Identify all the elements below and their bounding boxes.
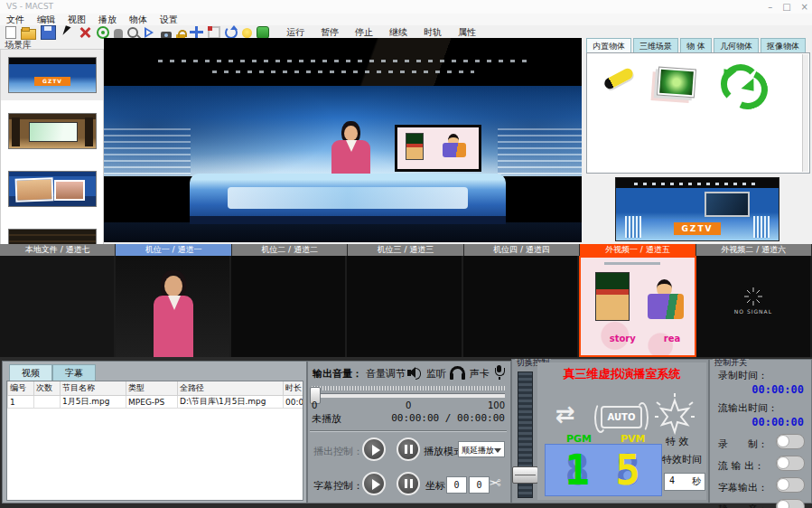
toolbar-button-2[interactable]: 停止 bbox=[347, 26, 381, 39]
toolbar-button-1[interactable]: 暂停 bbox=[313, 26, 347, 39]
volume-adjust-label: 音量调节 bbox=[366, 367, 406, 381]
object-tab-1[interactable]: 三维场景 bbox=[633, 38, 678, 52]
marker-pen-icon[interactable] bbox=[602, 67, 635, 91]
channel-cell-camera4[interactable] bbox=[463, 256, 579, 357]
channel-label-4[interactable]: 机位四 / 通道四 bbox=[464, 244, 580, 256]
channel-label-0[interactable]: 本地文件 / 通道七 bbox=[0, 244, 116, 256]
pvm-scene-preview[interactable]: GZTV bbox=[615, 177, 779, 241]
channel-cell-external1[interactable]: story rea bbox=[579, 256, 696, 357]
menu-item-3[interactable]: 播放 bbox=[92, 14, 123, 26]
playlist-header-row: 编号次数节目名称类型全路径时长 bbox=[8, 381, 304, 396]
material-icon[interactable] bbox=[257, 26, 269, 39]
star-effect-icon[interactable] bbox=[653, 393, 696, 437]
cartoon-word-rea: rea bbox=[664, 334, 680, 343]
record-toggle[interactable] bbox=[776, 434, 805, 449]
stream-output-toggle[interactable] bbox=[776, 456, 805, 471]
menu-item-4[interactable]: 物体 bbox=[123, 14, 154, 26]
transition-fader-handle[interactable] bbox=[512, 466, 538, 484]
subtitle-pause-button[interactable] bbox=[397, 472, 420, 495]
channel-cell-camera2[interactable] bbox=[231, 256, 347, 357]
scale-icon[interactable] bbox=[208, 26, 220, 39]
no-signal-indicator: NO SIGNAL bbox=[696, 287, 810, 315]
rotate-icon[interactable] bbox=[225, 26, 238, 39]
microphone-icon[interactable] bbox=[494, 365, 505, 380]
swap-transition-icon[interactable]: ⇄ bbox=[555, 400, 575, 428]
playlist-column-header: 时长 bbox=[284, 381, 304, 396]
light-icon[interactable] bbox=[242, 28, 252, 38]
play-mode-select[interactable]: 顺延播放 bbox=[458, 441, 505, 457]
menu-item-2[interactable]: 视图 bbox=[61, 14, 92, 26]
channel-cell-local-file[interactable] bbox=[0, 256, 116, 357]
scene-thumbnail-2[interactable] bbox=[8, 113, 97, 149]
channel-label-6[interactable]: 外视频二 / 通道六 bbox=[696, 244, 812, 256]
object-panel-content bbox=[586, 52, 810, 174]
object-tab-0[interactable]: 内置物体 bbox=[586, 38, 631, 52]
toolbar-button-3[interactable]: 继续 bbox=[381, 26, 415, 39]
menu-item-5[interactable]: 设置 bbox=[154, 14, 184, 26]
mute-toggle-knob[interactable] bbox=[777, 500, 789, 508]
studio-slats-right bbox=[498, 128, 582, 175]
volume-slider-track[interactable] bbox=[312, 393, 505, 398]
playlist-cell: 00:02:05 bbox=[284, 396, 304, 409]
playlist-row-0[interactable]: 11月5日.mpgMPEG-PSD:\节目库\1月5日.mpg00:02:05 bbox=[8, 396, 304, 409]
subtitle-output-toggle-label: 字幕输出： bbox=[718, 482, 768, 494]
auto-transition-button[interactable]: AUTO bbox=[601, 406, 642, 428]
speaker-icon[interactable] bbox=[407, 367, 422, 379]
channel-cell-camera1[interactable] bbox=[116, 256, 231, 357]
save-icon[interactable] bbox=[41, 25, 56, 40]
object-tab-3[interactable]: 几何物体 bbox=[714, 38, 759, 52]
headphone-icon[interactable] bbox=[450, 366, 465, 380]
mute-toggle[interactable] bbox=[776, 499, 805, 508]
scene-thumbnail-3[interactable] bbox=[8, 171, 97, 207]
effect-time-value: 4 bbox=[669, 475, 675, 485]
tab-video[interactable]: 视频 bbox=[9, 364, 52, 381]
object-tab-2[interactable]: 物 体 bbox=[680, 38, 712, 52]
toolbar-button-0[interactable]: 运行 bbox=[278, 26, 313, 39]
toolbar-button-4[interactable]: 时轨 bbox=[415, 26, 450, 39]
play-outline-icon[interactable] bbox=[143, 26, 156, 39]
menu-bar: 文件编辑视图播放物体设置 bbox=[0, 14, 812, 25]
tab-subtitle[interactable]: 字幕 bbox=[52, 364, 96, 381]
menu-item-1[interactable]: 编辑 bbox=[31, 14, 61, 26]
main-3d-preview[interactable] bbox=[104, 38, 582, 242]
channel-monitor-strip: story rea NO SIGNAL bbox=[0, 256, 812, 357]
channel-label-2[interactable]: 机位二 / 通道二 bbox=[232, 244, 348, 256]
pan-hand-icon[interactable] bbox=[114, 29, 123, 39]
object-panel-scrollbar[interactable] bbox=[802, 54, 808, 172]
channel-label-row: 本地文件 / 通道七机位一 / 通道一机位二 / 通道二机位三 / 通道三机位四… bbox=[0, 244, 812, 256]
new-file-icon[interactable] bbox=[5, 26, 16, 39]
channel-cell-external2[interactable]: NO SIGNAL bbox=[696, 256, 812, 357]
channel-cell-camera3[interactable] bbox=[347, 256, 462, 357]
channel-label-3[interactable]: 机位三 / 通道三 bbox=[348, 244, 463, 256]
toolbar-button-5[interactable]: 属性 bbox=[450, 26, 484, 39]
subtitle-output-toggle[interactable] bbox=[776, 477, 805, 493]
coord-x-input[interactable] bbox=[446, 476, 467, 494]
subtitle-play-button[interactable] bbox=[362, 472, 386, 495]
scissors-icon[interactable]: ✂ bbox=[489, 474, 500, 491]
delete-object-icon[interactable] bbox=[79, 26, 92, 39]
broadcast-pause-button[interactable] bbox=[397, 437, 420, 461]
maximize-button[interactable]: □ bbox=[782, 1, 790, 13]
stream-output-toggle-knob[interactable] bbox=[777, 456, 789, 469]
refresh-arrows-icon[interactable] bbox=[721, 64, 761, 100]
image-stack-icon[interactable] bbox=[657, 67, 696, 99]
thumb-logo: GZTV bbox=[674, 222, 721, 235]
coord-y-input[interactable] bbox=[469, 476, 490, 494]
record-time-value: 00:00:00 bbox=[751, 383, 804, 396]
close-button[interactable]: × bbox=[801, 1, 808, 13]
minimize-button[interactable]: – bbox=[768, 1, 772, 13]
thumb-lights bbox=[634, 183, 761, 185]
channel-label-5[interactable]: 外视频一 / 通道五 bbox=[580, 244, 695, 256]
effect-time-input[interactable]: 4 秒 bbox=[664, 473, 705, 491]
broadcast-play-button[interactable] bbox=[362, 437, 386, 461]
channel-label-1[interactable]: 机位一 / 通道一 bbox=[116, 244, 231, 256]
record-toggle-knob[interactable] bbox=[777, 435, 789, 447]
zoom-icon[interactable] bbox=[127, 27, 138, 38]
menu-item-0[interactable]: 文件 bbox=[0, 14, 31, 26]
scene-thumbnail-1[interactable]: GZTV bbox=[8, 57, 97, 93]
select-cursor-icon[interactable] bbox=[61, 26, 74, 39]
move-icon[interactable] bbox=[190, 26, 203, 39]
rotate-axis-icon[interactable] bbox=[97, 26, 109, 39]
object-tab-4[interactable]: 抠像物体 bbox=[761, 38, 806, 52]
subtitle-output-toggle-knob[interactable] bbox=[777, 478, 789, 491]
